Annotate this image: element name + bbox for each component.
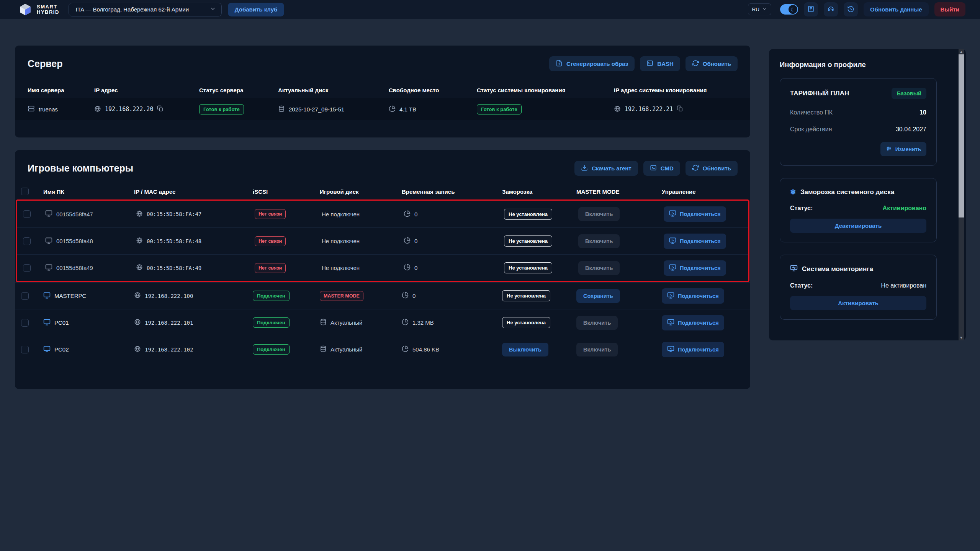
remote-desktop-icon <box>669 264 676 272</box>
pc-address: 192.168.222.101 <box>145 320 193 326</box>
activate-monitoring-button[interactable]: Активировать <box>790 296 926 310</box>
select-all-checkbox[interactable] <box>21 188 29 195</box>
top-bar: SMART HYBRID ITA — Волгоград, Набережная… <box>0 0 980 19</box>
language-select[interactable]: RU <box>748 3 772 15</box>
pc-name: 00155d58fa49 <box>56 265 93 271</box>
freeze-status-badge: Не установлена <box>504 235 552 247</box>
theme-toggle[interactable]: ☾ <box>780 4 798 15</box>
monitoring-status-label: Статус: <box>790 282 813 289</box>
freeze-status-badge: Не установлена <box>502 290 550 301</box>
edit-tariff-button[interactable]: Изменить <box>880 142 926 156</box>
game-disk-value: Не подключен <box>322 211 360 217</box>
support-icon <box>827 5 834 14</box>
scroll-down-icon[interactable]: ▼ <box>959 335 964 340</box>
server-refresh-button[interactable]: Обновить <box>686 56 738 71</box>
master-mode-button: Включить <box>576 316 618 330</box>
monitor-icon <box>45 264 52 272</box>
cmd-button[interactable]: CMD <box>643 161 680 176</box>
game-disk-value: Актуальный <box>330 346 362 353</box>
remote-desktop-icon <box>667 345 674 354</box>
master-mode-button[interactable]: Сохранить <box>576 289 620 303</box>
monitor-icon <box>45 210 52 218</box>
add-club-button[interactable]: Добавить клуб <box>228 3 284 16</box>
connect-label: Подключиться <box>680 265 721 271</box>
download-agent-label: Скачать агент <box>592 165 631 172</box>
connect-button[interactable]: Подключиться <box>664 206 726 222</box>
database-icon <box>320 319 327 327</box>
bash-button[interactable]: BASH <box>640 56 680 71</box>
connect-button[interactable]: Подключиться <box>664 234 726 249</box>
server-ip: 192.168.222.20 <box>105 106 153 113</box>
chevron-down-icon <box>762 7 767 13</box>
col-clone-status: Статус системы клонирования <box>477 87 614 93</box>
row-checkbox[interactable] <box>21 346 29 353</box>
freeze-status-label: Статус: <box>790 205 813 212</box>
copy-icon[interactable] <box>157 105 164 113</box>
news-button[interactable] <box>804 2 818 16</box>
globe-icon <box>134 292 141 300</box>
validity-value: 30.04.2027 <box>896 126 926 133</box>
computers-refresh-label: Обновить <box>703 165 731 172</box>
pc-address: 192.168.222.100 <box>145 293 193 299</box>
temp-record-value: 0 <box>414 265 417 271</box>
tariff-card: ТАРИФНЫЙ ПЛАН Базовый Количество ПК 10 С… <box>780 78 937 166</box>
cube-logo-icon <box>18 3 32 16</box>
generate-image-button[interactable]: Сгенерировать образ <box>549 56 635 71</box>
logout-button[interactable]: Выйти <box>934 2 965 16</box>
freeze-toggle-button[interactable]: Выключить <box>502 343 548 356</box>
freeze-status-badge: Не установлена <box>502 317 550 328</box>
support-button[interactable] <box>824 2 838 16</box>
iscsi-status-badge: Нет связи <box>255 263 286 273</box>
col-temp-record: Временная запись <box>402 188 502 195</box>
highlighted-rows-group: 00155d58fa4700:15:5D:58:FA:47Нет связиНе… <box>16 199 749 282</box>
validity-label: Срок действия <box>790 126 832 133</box>
col-game-disk: Игровой диск <box>320 188 402 195</box>
moon-icon: ☾ <box>789 5 797 14</box>
connect-button[interactable]: Подключиться <box>662 342 724 357</box>
refresh-data-button[interactable]: Обновить данные <box>864 2 928 16</box>
connect-button[interactable]: Подключиться <box>662 288 724 304</box>
sliders-icon <box>886 146 892 153</box>
snowflake-icon: ❄ <box>790 188 796 196</box>
chevron-down-icon <box>210 6 216 13</box>
news-icon <box>807 5 815 14</box>
col-server-name: Имя сервера <box>28 87 94 93</box>
row-checkbox[interactable] <box>23 210 31 218</box>
pie-chart-icon <box>389 105 396 113</box>
pc-count-label: Количество ПК <box>790 109 833 116</box>
tariff-plan-label: ТАРИФНЫЙ ПЛАН <box>790 90 849 97</box>
copy-icon[interactable] <box>677 105 683 113</box>
scroll-up-icon[interactable]: ▲ <box>959 49 964 54</box>
temp-record-value: 504.86 KB <box>412 346 439 353</box>
connect-button[interactable]: Подключиться <box>662 315 724 330</box>
row-checkbox[interactable] <box>21 319 29 327</box>
sidebar-scrollbar[interactable]: ▲ ▼ <box>959 49 964 340</box>
row-checkbox[interactable] <box>23 237 31 245</box>
scrollbar-thumb[interactable] <box>959 54 964 217</box>
globe-icon <box>136 210 143 218</box>
row-checkbox[interactable] <box>23 264 31 272</box>
brand-logo: SMART HYBRID <box>18 3 59 16</box>
computers-table-header: Имя ПК IP / MAC адрес iSCSI Игровой диск… <box>15 183 750 199</box>
server-refresh-label: Обновить <box>703 60 731 67</box>
deactivate-freeze-button[interactable]: Деактивировать <box>790 219 926 233</box>
iscsi-status-badge: Подключен <box>253 317 290 328</box>
computer-row: 00155d58fa4700:15:5D:58:FA:47Нет связиНе… <box>17 201 748 227</box>
language-value: RU <box>752 7 760 12</box>
database-icon <box>278 105 285 113</box>
monitoring-status-value: Не активирован <box>881 282 926 289</box>
row-checkbox[interactable] <box>21 292 29 300</box>
download-agent-button[interactable]: Скачать агент <box>574 161 638 176</box>
tariff-badge: Базовый <box>892 88 926 99</box>
history-button[interactable] <box>844 2 858 16</box>
computer-row: PC01192.168.222.101ПодключенАктуальный1.… <box>15 309 750 336</box>
database-icon <box>320 345 327 353</box>
club-select[interactable]: ITA — Волгоград, Набережная 62-й Армии <box>69 3 222 16</box>
iscsi-status-badge: Нет связи <box>255 209 286 219</box>
pie-chart-icon <box>404 210 411 218</box>
col-manage: Управление <box>662 188 744 195</box>
computers-refresh-button[interactable]: Обновить <box>686 161 738 176</box>
col-master-mode: MASTER MODE <box>576 188 662 195</box>
connect-button[interactable]: Подключиться <box>664 260 726 276</box>
remote-desktop-icon <box>667 319 674 327</box>
